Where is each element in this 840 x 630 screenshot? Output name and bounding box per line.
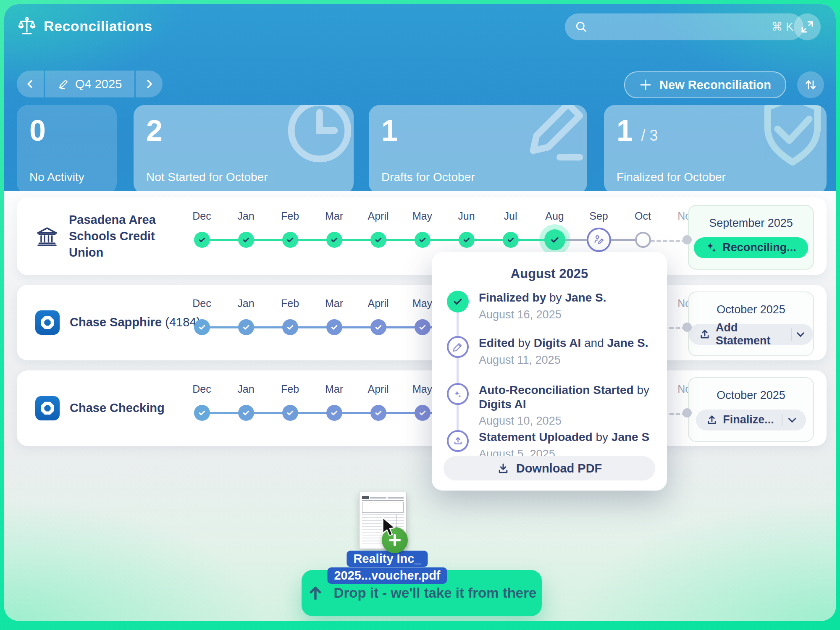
stat-card-drafts[interactable]: 1 Drafts for October xyxy=(369,105,587,194)
month-dot-selected-aug[interactable] xyxy=(544,229,565,250)
month-dot-upcoming[interactable] xyxy=(635,232,651,248)
month-label: Feb xyxy=(281,210,299,226)
month-label: Jul xyxy=(504,210,517,226)
month-label: Mar xyxy=(325,210,343,226)
month-dot-done[interactable] xyxy=(238,405,254,421)
month-label: Jan xyxy=(237,210,254,226)
chevron-down-icon xyxy=(795,329,806,340)
account-row-chase-checking[interactable]: Chase Checking Dec Jan Feb Mar April May… xyxy=(17,370,827,446)
month-dot-done[interactable] xyxy=(415,405,430,421)
month-label: Aug xyxy=(545,210,564,226)
event-date: August 10, 2025 xyxy=(479,415,659,428)
month-label: Sep xyxy=(589,210,608,226)
previous-period-button[interactable] xyxy=(17,71,44,97)
chevron-left-icon xyxy=(25,79,35,89)
month-dot-done[interactable] xyxy=(459,232,475,248)
month-dot-done[interactable] xyxy=(282,232,298,248)
month-dot-done[interactable] xyxy=(326,319,342,335)
month-dot-future xyxy=(682,323,692,332)
month-dot-done[interactable] xyxy=(415,232,430,248)
account-row-pasadena[interactable]: Pasadena Area Schools Credit Union Dec J… xyxy=(17,197,827,275)
month-label: Dec xyxy=(192,210,211,226)
month-label: April xyxy=(368,297,388,313)
sparkle-icon xyxy=(447,383,469,405)
stat-total: / 3 xyxy=(641,127,658,144)
panel-title: September 2025 xyxy=(709,217,793,230)
month-dot-done[interactable] xyxy=(238,232,254,248)
finalize-split-button: Finalize... xyxy=(696,410,806,430)
month-status-panel: October 2025 Add Statement xyxy=(688,291,814,356)
pencil-icon xyxy=(58,78,69,90)
month-status-panel: October 2025 Finalize... xyxy=(688,377,814,442)
chase-logo xyxy=(35,396,60,420)
stat-label: No Activity xyxy=(29,171,84,184)
month-dot-done[interactable] xyxy=(238,319,254,335)
expand-button[interactable] xyxy=(794,13,821,40)
month-dot-done[interactable] xyxy=(326,405,342,421)
month-label: Dec xyxy=(192,383,211,399)
bank-icon xyxy=(35,225,59,248)
reconciling-label: Reconciling... xyxy=(722,241,796,254)
sort-button[interactable] xyxy=(797,71,824,98)
pencil-icon xyxy=(447,336,469,358)
next-period-button[interactable] xyxy=(136,71,163,97)
month-dot-done[interactable] xyxy=(194,319,210,335)
month-label: Jan xyxy=(237,297,254,313)
timeline: Dec Jan Feb Mar April May Jun Jul Aug Se… xyxy=(180,210,709,256)
month-label: Jan xyxy=(237,383,254,399)
stat-value: 2 xyxy=(146,116,163,145)
chevron-down-icon xyxy=(787,415,798,425)
dragged-file-name-line2: 2025...voucher.pdf xyxy=(327,567,447,584)
pencil-icon xyxy=(513,105,587,171)
sparkle-icon xyxy=(706,242,717,254)
month-dot-done[interactable] xyxy=(370,319,386,335)
month-dot-done[interactable] xyxy=(194,405,210,421)
stat-card-finalized[interactable]: 1 / 3 Finalized for October xyxy=(604,105,827,194)
expand-icon xyxy=(801,20,814,34)
month-dot-in-progress[interactable] xyxy=(587,228,611,252)
event-edited: Edited by Digits AI and Jane S. August 1… xyxy=(447,336,659,367)
add-statement-menu-button[interactable] xyxy=(792,326,809,343)
event-date: August 16, 2025 xyxy=(479,308,606,321)
month-label: Feb xyxy=(281,297,299,313)
month-label: Jun xyxy=(458,210,475,226)
finalize-button[interactable]: Finalize... xyxy=(706,413,782,426)
month-dot-done[interactable] xyxy=(282,319,298,335)
download-pdf-button[interactable]: Download PDF xyxy=(444,456,655,480)
new-reconciliation-label: New Reconciliation xyxy=(659,78,771,92)
new-reconciliation-button[interactable]: New Reconciliation xyxy=(624,71,786,98)
period-switcher: Q4 2025 xyxy=(17,71,163,97)
month-dot-done[interactable] xyxy=(282,405,298,421)
chase-logo xyxy=(35,310,60,335)
month-dot-done[interactable] xyxy=(415,319,430,335)
reconciliations-app: Reconciliations ⌘ K xyxy=(4,4,836,621)
download-icon xyxy=(497,462,509,475)
dragged-file-name-line1: Reality Inc_ xyxy=(346,551,428,567)
stat-card-no-activity[interactable]: 0 No Activity xyxy=(17,105,117,194)
panel-title: October 2025 xyxy=(717,303,785,316)
period-chip[interactable]: Q4 2025 xyxy=(45,71,134,97)
month-dot-done[interactable] xyxy=(194,232,210,248)
month-dot-done[interactable] xyxy=(503,232,519,248)
account-name: Pasadena Area Schools Credit Union xyxy=(69,212,182,261)
finalize-menu-button[interactable] xyxy=(782,412,802,428)
search-shortcut: ⌘ K xyxy=(771,20,793,34)
month-label: Feb xyxy=(281,383,299,399)
account-row-chase-sapphire[interactable]: Chase Sapphire (4184) Dec Jan Feb Mar Ap… xyxy=(17,285,827,360)
search-bar[interactable]: ⌘ K xyxy=(565,13,803,40)
month-history-popover: August 2025 Finalized by by Jane S. Augu… xyxy=(432,252,667,491)
search-icon xyxy=(575,21,588,33)
add-statement-button[interactable]: Add Statement xyxy=(699,321,791,347)
month-label: May xyxy=(412,383,432,399)
search-input[interactable] xyxy=(594,20,764,34)
reconciling-badge[interactable]: Reconciling... xyxy=(694,237,808,258)
user-edit-icon xyxy=(593,234,604,246)
stat-value: 0 xyxy=(29,116,46,145)
popover-title: August 2025 xyxy=(432,266,667,281)
sort-icon xyxy=(803,78,818,92)
month-dot-done[interactable] xyxy=(370,232,386,248)
month-dot-done[interactable] xyxy=(326,232,342,248)
month-status-panel: September 2025 Reconciling... xyxy=(688,205,814,270)
month-dot-done[interactable] xyxy=(370,405,386,421)
stat-card-not-started[interactable]: 2 Not Started for October xyxy=(134,105,354,194)
